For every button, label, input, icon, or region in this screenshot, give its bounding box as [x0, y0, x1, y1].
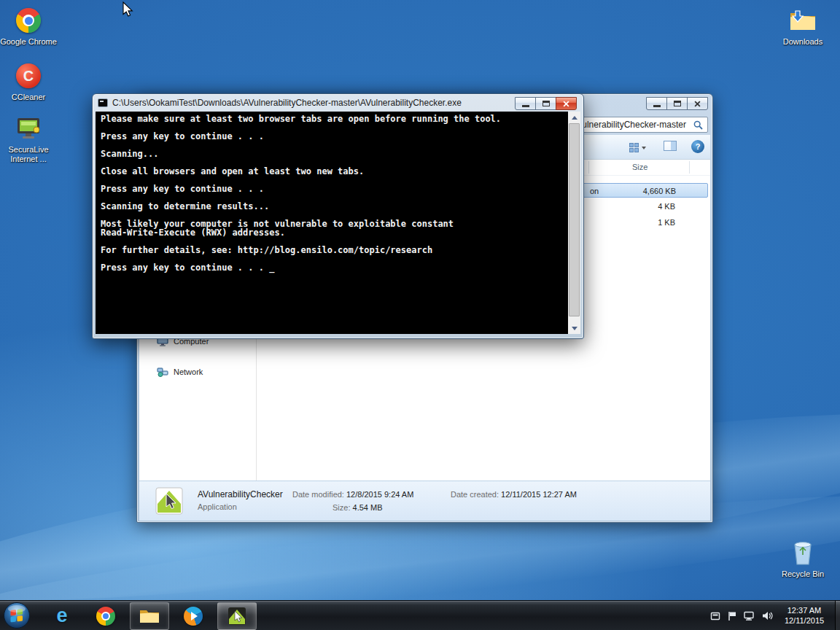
search-icon[interactable] [693, 120, 703, 130]
chrome-icon [16, 8, 41, 33]
taskbar-clock[interactable]: 12:37 AM 12/11/2015 [776, 605, 833, 626]
network-icon [157, 367, 168, 377]
column-separator[interactable] [689, 161, 690, 174]
console-titlebar[interactable]: C:\Users\OokamiTest\Downloads\AVulnerabi… [93, 94, 583, 112]
details-date-created: Date created: 12/11/2015 12:27 AM [451, 490, 577, 499]
console-title: C:\Users\OokamiTest\Downloads\AVulnerabi… [112, 98, 462, 108]
console-line: Scanning to determine results... [101, 202, 568, 211]
scroll-up-button[interactable] [568, 112, 580, 123]
scrollbar-thumb[interactable] [569, 123, 580, 316]
desktop-icon-recycle-bin[interactable]: Recycle Bin [774, 538, 831, 579]
column-header-size[interactable]: Size [632, 163, 648, 171]
taskbar-item-windows-explorer[interactable] [130, 602, 169, 630]
details-file-name: AVulnerabilityChecker [198, 489, 283, 499]
avulnerabilitychecker-icon [228, 607, 246, 626]
taskbar-buttons: e [42, 601, 257, 630]
windows-logo-icon [3, 602, 31, 629]
clock-date: 12/11/2015 [776, 615, 833, 626]
minimize-button[interactable] [515, 97, 536, 110]
sidebar-item-label: Network [174, 368, 203, 376]
desktop-icon-label: Downloads [774, 37, 831, 47]
minimize-button[interactable] [646, 97, 667, 110]
close-icon [694, 101, 701, 107]
explorer-caption-buttons [646, 97, 708, 110]
chevron-down-icon [642, 147, 646, 149]
close-button[interactable] [556, 97, 577, 110]
preview-pane-button[interactable] [664, 141, 680, 154]
address-text: AVulnerabilityChecker-master [572, 120, 686, 130]
folder-icon [139, 607, 160, 625]
preview-pane-icon [664, 141, 677, 151]
console-line [101, 141, 568, 149]
views-grid-icon [629, 143, 639, 152]
console-line: Press any key to continue . . . _ [101, 263, 568, 272]
minimize-icon [522, 105, 529, 107]
desktop-icon-google-chrome[interactable]: Google Chrome [0, 6, 57, 47]
file-icon-large [155, 487, 183, 516]
minimize-icon [653, 105, 661, 107]
desktop-icon-downloads[interactable]: Downloads [774, 6, 831, 47]
console-text: Please make sure at least two browser ta… [96, 112, 568, 334]
console-line: For further details, see: http://blog.en… [101, 246, 568, 254]
desktop-icon-securalive[interactable]: SecuraLive Internet ... [0, 114, 57, 164]
views-button[interactable] [622, 140, 653, 155]
ccleaner-icon: C [16, 63, 41, 88]
console-output-area[interactable]: Please make sure at least two browser ta… [96, 112, 580, 334]
file-size: 4 KB [590, 202, 675, 211]
sidebar-item-network[interactable]: Network [157, 367, 203, 377]
details-pane: AVulnerabilityChecker Application Date m… [139, 481, 710, 521]
console-line: Press any key to continue . . . [101, 132, 568, 141]
internet-explorer-icon: e [56, 604, 67, 627]
console-line: Scanning... [101, 149, 568, 158]
desktop-icon-label: Recycle Bin [774, 569, 831, 579]
network-icon[interactable] [744, 611, 755, 621]
console-line: Press any key to continue . . . [101, 184, 568, 193]
show-desktop-button[interactable] [835, 601, 840, 630]
help-button[interactable]: ? [691, 140, 704, 153]
console-window: C:\Users\OokamiTest\Downloads\AVulnerabi… [92, 93, 584, 339]
arrow-up-icon [572, 116, 578, 120]
desktop-icon-label: CCleaner [0, 93, 57, 102]
maximize-icon [542, 101, 550, 106]
details-date-modified: Date modified: 12/8/2015 9:24 AM [292, 490, 413, 499]
clock-time: 12:37 AM [776, 605, 833, 615]
maximize-icon [674, 101, 681, 106]
console-caption-buttons [515, 97, 577, 110]
system-tray [710, 601, 773, 630]
cmd-icon [98, 98, 108, 107]
taskbar-item-avulnerabilitychecker[interactable] [217, 602, 257, 630]
tray-app-icon[interactable] [710, 611, 720, 621]
taskbar-item-chrome[interactable] [86, 602, 125, 630]
action-center-flag-icon[interactable] [728, 611, 736, 621]
desktop-icon-label: Google Chrome [0, 37, 57, 47]
start-button[interactable] [3, 602, 31, 629]
close-icon [563, 101, 569, 107]
scroll-down-button[interactable] [568, 322, 580, 334]
taskbar-item-media-player[interactable] [174, 602, 213, 630]
media-player-icon [184, 607, 203, 626]
volume-icon[interactable] [762, 611, 773, 621]
maximize-button[interactable] [666, 97, 688, 110]
column-separator[interactable] [588, 161, 589, 174]
console-line: Close all browsers and open at least two… [101, 167, 568, 176]
file-size: 1 KB [590, 218, 675, 227]
desktop-icon-label: SecuraLive Internet ... [0, 145, 57, 164]
file-size: 4,660 KB [591, 187, 676, 195]
maximize-button[interactable] [535, 97, 556, 110]
taskbar: e [0, 600, 840, 630]
console-line: Read-Write-Execute (RWX) addresses. [101, 228, 568, 237]
downloads-folder-icon [788, 6, 817, 35]
securalive-icon [14, 114, 43, 143]
close-button[interactable] [687, 97, 708, 110]
console-scrollbar[interactable] [568, 112, 580, 334]
console-line: Please make sure at least two browser ta… [101, 114, 568, 123]
recycle-bin-icon [788, 538, 817, 567]
details-size: Size: 4.54 MB [332, 503, 383, 512]
details-file-type: Application [198, 502, 237, 511]
taskbar-item-internet-explorer[interactable]: e [42, 602, 82, 630]
arrow-down-icon [572, 327, 578, 330]
chrome-icon [96, 607, 115, 626]
desktop-icon-ccleaner[interactable]: C CCleaner [0, 61, 57, 102]
